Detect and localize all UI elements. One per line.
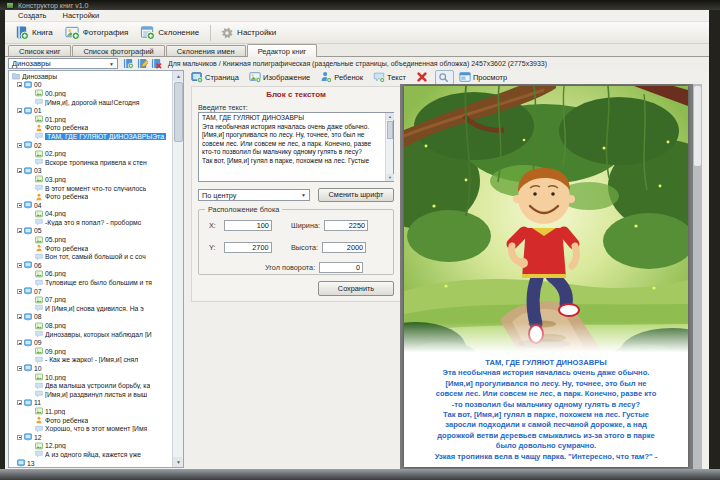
tree-text-item[interactable]: И [Имя,и] снова удивился. На э [9,304,173,313]
x-field[interactable] [224,220,272,231]
save-button[interactable]: Сохранить [318,281,394,296]
tree-root[interactable]: Динозавры [9,72,173,81]
menu-Создать[interactable]: Создать [11,10,54,21]
photo-add-button[interactable]: Фотография [60,22,136,43]
tree-image-item[interactable]: 02.png [9,149,173,158]
collapse-icon[interactable] [17,366,22,371]
tree-page-09[interactable]: 09 [9,338,173,347]
collapse-icon[interactable] [17,143,22,148]
tree-scrollbar-thumb[interactable] [174,82,183,142]
tree-item-label: И [Имя,и] снова удивился. На э [45,305,144,312]
tree-page-03[interactable]: 03 [9,167,173,176]
tree-text-item[interactable]: ТАМ, ГДЕ ГУЛЯЮТ ДИНОЗАВРЫЭта [9,132,173,141]
tree-page-01[interactable]: 01 [9,106,173,115]
editor-Страница-button[interactable]: Страница [188,69,244,85]
collapse-icon[interactable] [17,108,22,113]
book-select[interactable]: Динозавры ▼ [8,58,118,69]
editor-Ребенок-button[interactable]: Ребенок [317,69,368,85]
tree-text-item[interactable]: Динозавры, которых наблюдал [И [9,330,173,339]
tree-image-item[interactable]: 04.png [9,210,173,219]
scroll-up-icon[interactable]: ▲ [386,113,394,120]
height-field[interactable] [322,242,366,253]
tree-image-item[interactable]: 00.png [9,89,173,98]
collapse-icon[interactable] [17,400,22,405]
tree-text-item[interactable]: Хорошо, что в этот момент [Имя [9,424,173,433]
tree-page-02[interactable]: 02 [9,141,173,150]
tree-image-item[interactable]: 08.png [9,321,173,330]
tree-text-item[interactable]: А из одного яйца, кажется уже [9,450,173,459]
tree-scrollbar[interactable]: ▲ ▼ [172,71,183,467]
tree-page-10[interactable]: 10 [9,364,173,373]
tree-page-13[interactable]: 13 [9,459,173,468]
tree-image-item[interactable]: 05.png [9,235,173,244]
editor-Изображение-button[interactable]: Изображение [246,69,315,85]
tree-text-item[interactable]: Два малыша устроили борьбу, ка [9,381,173,390]
collapse-icon[interactable] [17,168,22,173]
book-add-button[interactable]: Книга [9,22,60,43]
collapse-icon[interactable] [17,228,22,233]
tree-text-item[interactable]: [Имя,и] раздвинул листья и выш [9,390,173,399]
collapse-icon[interactable] [17,289,22,294]
tree-page-00[interactable]: 00 [9,81,173,90]
tree-child-item[interactable]: Фото ребенка [9,416,173,425]
tree-text-item[interactable]: Туловище его было большим и тя [9,278,173,287]
tree-image-item[interactable]: 09.png [9,347,173,356]
scroll-down-icon[interactable]: ▼ [386,174,394,181]
tree-image-item[interactable]: 12.png [9,442,173,451]
alignment-select[interactable]: По центру ▼ [198,189,310,201]
tree-text-item[interactable]: [Имя,и], дорогой наш!Сегодня [9,98,173,107]
editor-Просмотр-button[interactable]: Просмотр [456,69,512,85]
collapse-icon[interactable] [17,263,22,268]
tab-Редактор книг[interactable]: Редактор книг [247,44,318,57]
tree-child-item[interactable]: Фото ребенка [9,192,173,201]
tree-page-04[interactable]: 04 [9,201,173,210]
collapse-icon[interactable] [17,435,22,440]
tree-page-11[interactable]: 11 [9,399,173,408]
tree-page-06[interactable]: 06 [9,261,173,270]
tree-image-item[interactable]: 10.png [9,373,173,382]
book-delete-small-button[interactable] [150,58,162,69]
textarea-scrollbar[interactable]: ▲ ▼ [385,113,393,181]
tree-image-item[interactable]: 11.png [9,407,173,416]
tree-page-08[interactable]: 08 [9,313,173,322]
tab-Склонения имен[interactable]: Склонения имен [166,45,246,56]
menu-Настройки[interactable]: Настройки [56,10,107,21]
collapse-icon[interactable] [17,314,22,319]
tree-image-item[interactable]: 07.png [9,295,173,304]
preview-scrollbar[interactable] [693,84,702,469]
editor-Текст-button[interactable]: Текст [370,69,411,85]
tree-text-item[interactable]: Вон тот, самый большой и с соч [9,252,173,261]
width-field[interactable] [324,220,368,231]
book-edit-small-button[interactable] [136,58,148,69]
collapse-icon[interactable] [17,340,22,345]
tree-text-item[interactable]: В этот момент что-то случилось [9,184,173,193]
angle-field[interactable] [319,262,363,273]
tree-text-item[interactable]: Вскоре тропинка привела к стен [9,158,173,167]
tree-text-item[interactable]: -Куда это я попал? - пробормо [9,218,173,227]
tree-page-05[interactable]: 05 [9,227,173,236]
textarea-scrollbar-thumb[interactable] [387,121,393,139]
scroll-up-icon[interactable]: ▲ [173,71,184,81]
tree-image-item[interactable]: 01.png [9,115,173,124]
collapse-icon[interactable] [17,82,22,87]
delete-x-button[interactable] [413,69,433,85]
scroll-down-icon[interactable]: ▼ [173,457,184,467]
tree-page-12[interactable]: 12 [9,433,173,442]
change-font-button[interactable]: Сменить шрифт [318,188,394,202]
tree-image-item[interactable]: 03.png [9,175,173,184]
tab-Список фотографий[interactable]: Список фотографий [72,45,164,56]
tab-Список книг[interactable]: Список книг [8,45,71,56]
collapse-icon[interactable] [17,203,22,208]
declension-add-button[interactable]: Склонение [135,22,206,43]
tree-child-item[interactable]: Фото ребенка [9,124,173,133]
tree-image-item[interactable]: 06.png [9,270,173,279]
book-add-small-button[interactable] [122,58,134,69]
preview-scrollbar-thumb[interactable] [694,86,701,166]
tree-text-item[interactable]: - Как же жарко! - [Имя,и] снял [9,356,173,365]
y-field[interactable] [224,242,272,253]
text-input[interactable]: ТАМ, ГДЕ ГУЛЯЮТ ДИНОЗАВРЫЭта необычная и… [198,112,394,182]
magnifier-button[interactable] [435,70,454,85]
tree-child-item[interactable]: Фото ребенка [9,244,173,253]
tree-page-07[interactable]: 07 [9,287,173,296]
gear-button[interactable]: Настройки [215,23,283,43]
